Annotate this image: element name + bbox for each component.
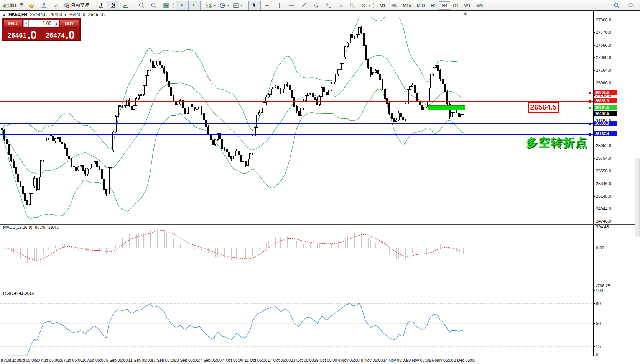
annotation-text[interactable]: 多空转折点	[526, 135, 587, 151]
candlestick-series	[2, 25, 464, 207]
cursor-button[interactable]	[248, 1, 261, 10]
buy-button[interactable]: BUY	[60, 20, 79, 27]
timeframe-m1[interactable]: M1	[377, 1, 388, 10]
toolbar-separator	[202, 2, 203, 9]
sell-price[interactable]: 26461 .0	[3, 28, 41, 40]
mt4-trading-platform: { "toolbar": { "left_buttons": [ {"name"…	[0, 0, 640, 364]
toolbar-separator	[92, 2, 94, 9]
candlestick-button[interactable]	[107, 1, 119, 10]
signals-button[interactable]	[50, 1, 62, 10]
periods-button[interactable]	[218, 1, 231, 10]
timeframe-m5[interactable]: M5	[388, 1, 400, 10]
chart-shift-button[interactable]	[188, 1, 201, 10]
fibonacci-icon: F	[325, 2, 331, 8]
new-order-icon	[3, 2, 9, 8]
timeframe-w1[interactable]: W1	[462, 1, 474, 10]
svg-text:F: F	[329, 6, 331, 8]
timeframe-h1[interactable]: H1	[428, 1, 439, 10]
fibonacci-button[interactable]: F	[322, 1, 334, 10]
sell-button[interactable]: SELL	[3, 20, 23, 27]
zoom-out-button[interactable]	[148, 1, 160, 10]
cursor-icon	[252, 2, 258, 8]
chat-icon	[628, 2, 634, 8]
indicators-button[interactable]	[204, 1, 218, 10]
toolbar-separator	[133, 2, 134, 9]
timeframe-d1[interactable]: D1	[451, 1, 461, 10]
timeframe-m15[interactable]: M15	[400, 1, 414, 10]
svg-text:A: A	[339, 3, 342, 8]
volume-down-button[interactable]: ▼	[23, 20, 29, 27]
panel-borders	[0, 11, 640, 357]
dropdown-arrow-icon[interactable]	[368, 3, 371, 8]
chat-button[interactable]	[625, 1, 637, 10]
vertical-line-button[interactable]	[273, 1, 285, 10]
bar-chart-button[interactable]	[95, 1, 107, 10]
line-chart-button[interactable]	[119, 1, 132, 10]
shapes-icon	[360, 2, 367, 8]
volume-input[interactable]: 1.00	[29, 20, 54, 27]
auto-scroll-button[interactable]	[176, 1, 188, 10]
crosshair-button[interactable]	[261, 1, 273, 10]
tile-windows-button[interactable]	[160, 1, 172, 10]
crosshair-icon	[264, 2, 270, 8]
horizontal-line-icon	[288, 2, 294, 8]
dropdown-arrow-icon[interactable]	[213, 3, 216, 8]
candlestick-icon	[110, 2, 116, 8]
horizontal-line-button[interactable]	[285, 1, 298, 10]
zoom-in-button[interactable]	[135, 1, 148, 10]
timeframe-group: M1M5M15M30H1H4D1W1MN	[377, 1, 485, 10]
svg-text:E: E	[317, 5, 319, 8]
text-a-icon: A	[337, 2, 344, 8]
label-button[interactable]: T	[347, 1, 359, 10]
text-button[interactable]: A	[334, 1, 347, 10]
autotrading-icon	[64, 2, 70, 8]
market-watch-button[interactable]	[25, 1, 38, 10]
vertical-line-icon	[276, 2, 282, 8]
channel-button[interactable]: E	[310, 1, 322, 10]
bollinger-bands	[2, 11, 464, 218]
buy-price[interactable]: 26474 .0	[42, 28, 79, 40]
channel-icon: E	[313, 2, 319, 8]
profiles-button[interactable]	[38, 1, 50, 10]
template-icon	[233, 2, 239, 8]
volume-up-button[interactable]: ▲	[54, 20, 59, 27]
highlight-bar	[428, 105, 465, 110]
timeframe-m30[interactable]: M30	[414, 1, 428, 10]
chart-canvas[interactable]	[0, 11, 640, 364]
trendline-button[interactable]	[298, 1, 310, 10]
svg-text:T: T	[352, 3, 354, 7]
search-button[interactable]	[610, 1, 623, 10]
auto-scroll-icon	[179, 2, 185, 8]
trendline-icon	[301, 2, 307, 8]
timeframe-h4[interactable]: H4	[439, 1, 450, 10]
dropdown-arrow-icon[interactable]	[240, 3, 243, 8]
highlight-price-label[interactable]: 26564.5	[528, 102, 559, 113]
zoom-out-icon	[151, 2, 157, 8]
dropdown-arrow-icon[interactable]	[227, 3, 230, 8]
templates-button[interactable]	[231, 1, 245, 10]
chart-stack-icon	[28, 2, 35, 8]
indicators-icon	[206, 2, 212, 8]
profiles-icon	[41, 2, 47, 8]
toolbar-separator	[173, 2, 175, 9]
new-order-button-label: 新订单	[10, 2, 24, 8]
rsi-line	[7, 303, 464, 355]
signal-icon	[53, 2, 59, 8]
zoom-in-icon	[138, 2, 145, 8]
chart-shift-marker	[463, 12, 467, 15]
toolbar-separator	[246, 2, 247, 9]
new-order-button[interactable]: 新订单	[1, 1, 25, 10]
chart-shift-icon	[191, 2, 197, 8]
toolbar-separator	[373, 2, 375, 9]
timeframe-mn[interactable]: MN	[474, 1, 485, 10]
vertical-scrollbar-thumb[interactable]	[635, 158, 640, 237]
main-toolbar: 新订单自动交易EFAT M1M5M15M30H1H4D1W1MN	[0, 0, 640, 11]
search-icon	[614, 2, 620, 8]
autotrading-button-label: 自动交易	[71, 2, 89, 8]
autotrading-button[interactable]: 自动交易	[62, 1, 91, 10]
bar-chart-icon	[98, 2, 104, 8]
one-click-trading-panel: SELL ▼ 1.00 ▲ BUY 26461 .0 26474 .0	[2, 18, 81, 41]
clock-icon	[219, 2, 225, 8]
macd-histogram	[5, 229, 464, 263]
shapes-button[interactable]	[359, 1, 372, 10]
